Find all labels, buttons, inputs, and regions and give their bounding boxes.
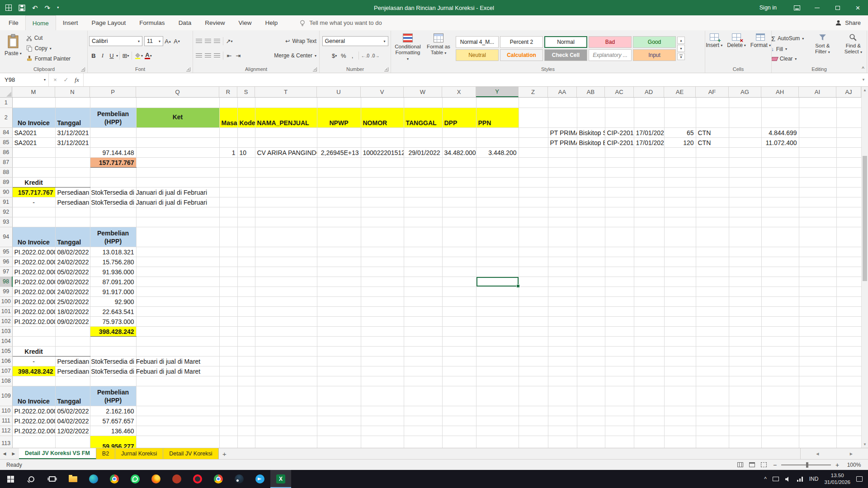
cell-AB103[interactable] bbox=[577, 326, 605, 336]
cell-AB86[interactable] bbox=[577, 147, 605, 157]
row-header-97[interactable]: 97 bbox=[0, 267, 12, 277]
cell-P103[interactable]: 398.428.242 bbox=[90, 326, 136, 336]
zoom-out-button[interactable]: − bbox=[769, 461, 780, 469]
cell-AH106[interactable] bbox=[761, 356, 799, 366]
cell-AG100[interactable] bbox=[729, 296, 761, 306]
row-header-107[interactable]: 107 bbox=[0, 366, 12, 376]
cell-AC90[interactable] bbox=[605, 187, 634, 197]
cell-Q109[interactable] bbox=[136, 386, 219, 406]
cell-V94[interactable] bbox=[361, 227, 404, 247]
style-calculation[interactable]: Calculation bbox=[500, 49, 543, 61]
cell-AG109[interactable] bbox=[729, 386, 761, 406]
cell-T110[interactable] bbox=[255, 406, 317, 416]
cell-AD109[interactable] bbox=[634, 386, 664, 406]
cell-M95[interactable]: PI.2022.02.00007 bbox=[12, 247, 55, 257]
column-header-AI[interactable]: AI bbox=[799, 87, 836, 97]
cell-Z92[interactable] bbox=[519, 207, 548, 217]
cell-AG90[interactable] bbox=[729, 187, 761, 197]
cell-S88[interactable] bbox=[237, 167, 255, 177]
zoom-in-button[interactable]: + bbox=[832, 461, 843, 469]
cell-S89[interactable] bbox=[237, 177, 255, 187]
cell-W106[interactable] bbox=[404, 356, 442, 366]
cell-AF90[interactable] bbox=[696, 187, 729, 197]
cell-X87[interactable] bbox=[442, 157, 476, 167]
cell-AC107[interactable] bbox=[605, 366, 634, 376]
cell-U112[interactable] bbox=[317, 426, 361, 436]
cell-AD103[interactable] bbox=[634, 326, 664, 336]
cell-M87[interactable] bbox=[12, 157, 55, 167]
cell-AF89[interactable] bbox=[696, 177, 729, 187]
column-header-R[interactable]: R bbox=[219, 87, 237, 97]
ribbon-display-options-button[interactable] bbox=[787, 0, 807, 15]
row-header-91[interactable]: 91 bbox=[0, 197, 12, 207]
format-painter-button[interactable]: Format Painter bbox=[25, 55, 72, 62]
cell-AH96[interactable] bbox=[761, 257, 799, 267]
cell-P109[interactable]: Pembelian (HPP) bbox=[90, 386, 136, 406]
row-header-93[interactable]: 93 bbox=[0, 217, 12, 227]
cell-AC2[interactable] bbox=[605, 108, 634, 127]
row-header-1[interactable]: 1 bbox=[0, 98, 12, 108]
cell-AH2[interactable] bbox=[761, 108, 799, 127]
cell-AB102[interactable] bbox=[577, 316, 605, 326]
cell-AH90[interactable] bbox=[761, 187, 799, 197]
cell-V88[interactable] bbox=[361, 167, 404, 177]
cell-Z98[interactable] bbox=[519, 277, 548, 286]
cell-U100[interactable] bbox=[317, 296, 361, 306]
cell-T91[interactable] bbox=[255, 197, 317, 207]
cell-AI105[interactable] bbox=[799, 346, 836, 356]
cell-R108[interactable] bbox=[219, 376, 237, 386]
cell-T99[interactable] bbox=[255, 286, 317, 296]
cell-M112[interactable]: PI.2022.02.00010 bbox=[12, 426, 55, 436]
cell-AC84[interactable]: CIP-22010 bbox=[605, 127, 634, 137]
cell-P98[interactable]: 87.091.200 bbox=[90, 277, 136, 286]
cell-AF107[interactable] bbox=[696, 366, 729, 376]
minimize-button[interactable] bbox=[807, 0, 827, 15]
cell-AI113[interactable] bbox=[799, 436, 836, 448]
cell-AE88[interactable] bbox=[664, 167, 696, 177]
cell-AA97[interactable] bbox=[548, 267, 577, 277]
column-header-AC[interactable]: AC bbox=[605, 87, 634, 97]
cell-R110[interactable] bbox=[219, 406, 237, 416]
tab-file[interactable]: File bbox=[2, 15, 25, 30]
cell-V112[interactable] bbox=[361, 426, 404, 436]
cell-AH102[interactable] bbox=[761, 316, 799, 326]
cell-W113[interactable] bbox=[404, 436, 442, 448]
cell-AC109[interactable] bbox=[605, 386, 634, 406]
decrease-font-size-button[interactable]: A▾ bbox=[172, 36, 181, 46]
cell-Q97[interactable] bbox=[136, 267, 219, 277]
font-color-button[interactable]: A▾ bbox=[144, 51, 153, 61]
cell-Y85[interactable] bbox=[476, 137, 519, 147]
cell-U97[interactable] bbox=[317, 267, 361, 277]
cell-AH92[interactable] bbox=[761, 207, 799, 217]
cell-Q92[interactable] bbox=[136, 207, 219, 217]
cell-AH110[interactable] bbox=[761, 406, 799, 416]
cell-V85[interactable] bbox=[361, 137, 404, 147]
cell-AJ100[interactable] bbox=[836, 296, 861, 306]
cell-P92[interactable] bbox=[90, 207, 136, 217]
cell-Z102[interactable] bbox=[519, 316, 548, 326]
cell-Y84[interactable] bbox=[476, 127, 519, 137]
cell-AG1[interactable] bbox=[729, 98, 761, 108]
cell-AB100[interactable] bbox=[577, 296, 605, 306]
cell-AF104[interactable] bbox=[696, 336, 729, 346]
cell-AH105[interactable] bbox=[761, 346, 799, 356]
cell-P100[interactable]: 92.900 bbox=[90, 296, 136, 306]
cell-M104[interactable] bbox=[12, 336, 55, 346]
cell-AE109[interactable] bbox=[664, 386, 696, 406]
cell-Y96[interactable] bbox=[476, 257, 519, 267]
cell-AE111[interactable] bbox=[664, 416, 696, 426]
cell-AE89[interactable] bbox=[664, 177, 696, 187]
cell-S103[interactable] bbox=[237, 326, 255, 336]
tab-page-layout[interactable]: Page Layout bbox=[85, 15, 133, 30]
cell-T94[interactable] bbox=[255, 227, 317, 247]
cell-AH111[interactable] bbox=[761, 416, 799, 426]
cell-AJ111[interactable] bbox=[836, 416, 861, 426]
cell-AB109[interactable] bbox=[577, 386, 605, 406]
cell-P113[interactable]: 59.956.277 bbox=[90, 436, 136, 448]
row-header-108[interactable]: 108 bbox=[0, 376, 12, 386]
cell-AE85[interactable]: 120 bbox=[664, 137, 696, 147]
style-percent-2[interactable]: Percent 2 bbox=[500, 36, 543, 48]
vertical-scroll-thumb[interactable] bbox=[863, 156, 867, 281]
cell-AH98[interactable] bbox=[761, 277, 799, 286]
cell-V110[interactable] bbox=[361, 406, 404, 416]
